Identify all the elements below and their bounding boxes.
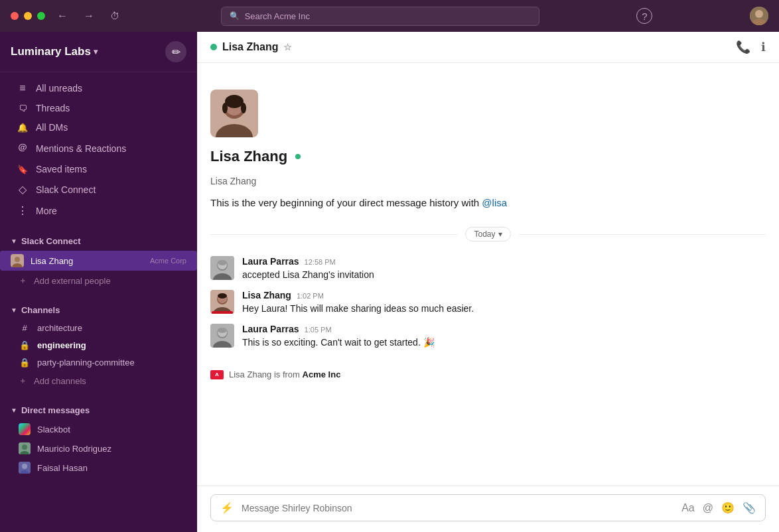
svg-point-28 <box>218 293 227 299</box>
svg-rect-29 <box>212 311 233 314</box>
sidebar-item-lisa-zhang[interactable]: Lisa Zhang Acme Corp <box>0 251 197 271</box>
msg-time: 1:02 PM <box>297 292 324 300</box>
back-button[interactable]: ← <box>53 7 72 25</box>
help-button[interactable]: ? <box>636 8 652 24</box>
table-row: Lisa Zhang 1:02 PM Hey Laura! This will … <box>210 286 766 320</box>
user-avatar[interactable] <box>750 7 768 25</box>
aa-button[interactable]: Aa <box>681 502 695 514</box>
all-dms-icon: 🔔 <box>16 123 29 133</box>
channel-name: Lisa Zhang ☆ <box>222 41 292 53</box>
lisa-msg-avatar <box>210 290 234 314</box>
sidebar-item-threads[interactable]: 🗨 Threads <box>5 99 192 117</box>
msg-content: Lisa Zhang 1:02 PM Hey Laura! This will … <box>242 290 766 316</box>
msg-text: This is so exciting. Can't wait to get s… <box>242 336 766 350</box>
messages-list: Laura Parras 12:58 PM accepted Lisa Zhan… <box>197 247 779 364</box>
channels-chevron: ▼ <box>11 306 17 314</box>
minimize-button[interactable] <box>24 12 32 20</box>
engineering-name: engineering <box>37 340 186 350</box>
faisal-name: Faisal Hasan <box>37 463 186 473</box>
info-button[interactable]: ℹ <box>761 40 766 54</box>
acme-logo: A <box>210 370 224 379</box>
sidebar-item-all-unreads[interactable]: ≡ All unreads <box>5 78 192 98</box>
attach-button[interactable]: 📎 <box>743 501 756 514</box>
sidebar-item-mauricio[interactable]: Mauricio Rodriguez <box>0 439 197 458</box>
lock-icon-eng: 🔒 <box>19 340 31 350</box>
channels-header[interactable]: ▼ Channels <box>0 301 197 319</box>
msg-sender: Lisa Zhang <box>242 290 291 300</box>
msg-content: Laura Parras 12:58 PM accepted Lisa Zhan… <box>242 256 766 282</box>
main-content: Lisa Zhang ☆ 📞 ℹ <box>197 32 779 532</box>
emoji-button[interactable]: 🙂 <box>721 501 735 514</box>
sidebar-item-faisal[interactable]: Faisal Hasan <box>0 458 197 477</box>
svg-point-18 <box>241 103 246 113</box>
welcome-name: Lisa Zhang <box>210 148 301 165</box>
table-row: Laura Parras 1:05 PM This is so exciting… <box>210 320 766 354</box>
app-body: Luminary Labs ▾ ✏ ≡ All unreads 🗨 Thread… <box>0 32 779 532</box>
msg-text: Hey Laura! This will make sharing ideas … <box>242 302 766 316</box>
add-channel-icon: ＋ <box>19 375 27 387</box>
search-bar[interactable]: 🔍 Search Acme Inc <box>221 7 539 26</box>
forward-button[interactable]: → <box>80 7 98 25</box>
msg-text: accepted Lisa Zhang's invitation <box>242 268 766 282</box>
msg-time: 1:05 PM <box>305 326 332 334</box>
laura-avatar-2 <box>210 324 234 348</box>
slack-connect-chevron: ▼ <box>11 237 17 245</box>
sidebar-item-more[interactable]: ⋮ More <box>5 200 192 221</box>
add-channels[interactable]: ＋ Add channels <box>0 371 197 390</box>
slack-connect-section: ▼ Slack Connect Lisa Zhang Acme Corp ＋ A… <box>0 227 197 296</box>
sidebar-item-architecture[interactable]: # architecture <box>0 320 197 336</box>
direct-messages-header[interactable]: ▼ Direct messages <box>0 401 197 419</box>
faisal-avatar <box>19 462 31 474</box>
lisa-zhang-avatar <box>11 254 24 267</box>
svg-point-16 <box>225 95 244 108</box>
compose-actions: Aa @ 🙂 📎 <box>681 501 756 514</box>
svg-point-4 <box>15 257 20 262</box>
msg-header: Lisa Zhang 1:02 PM <box>242 290 766 300</box>
slackbot-name: Slackbot <box>37 425 186 434</box>
add-external-people[interactable]: ＋ Add external people <box>0 271 197 290</box>
from-company: Acme Inc <box>303 369 341 379</box>
svg-point-7 <box>22 444 27 450</box>
star-icon[interactable]: ☆ <box>283 42 292 52</box>
svg-point-10 <box>22 464 27 469</box>
compose-input[interactable] <box>242 503 673 513</box>
slack-connect-header[interactable]: ▼ Slack Connect <box>0 232 197 250</box>
workspace-name[interactable]: Luminary Labs ▾ <box>11 45 98 58</box>
welcome-subtitle: Lisa Zhang <box>210 176 256 186</box>
msg-time: 12:58 PM <box>305 258 336 266</box>
at-button[interactable]: @ <box>703 502 713 514</box>
channels-section: ▼ Channels # architecture 🔒 engineering … <box>0 296 197 396</box>
search-placeholder: Search Acme Inc <box>245 11 310 21</box>
sidebar-item-mentions[interactable]: ＠ Mentions & Reactions <box>5 137 192 159</box>
search-icon: 🔍 <box>230 11 240 21</box>
msg-content: Laura Parras 1:05 PM This is so exciting… <box>242 324 766 350</box>
sidebar-item-slack-connect-nav[interactable]: ◇ Slack Connect <box>5 179 192 200</box>
mentions-icon: ＠ <box>16 141 29 155</box>
traffic-lights <box>11 12 45 20</box>
sidebar-item-engineering[interactable]: 🔒 engineering <box>0 337 197 354</box>
sidebar-item-party-planning[interactable]: 🔒 party-planning-committee <box>0 354 197 371</box>
msg-header: Laura Parras 12:58 PM <box>242 256 766 267</box>
close-button[interactable] <box>11 12 19 20</box>
compose-box: ⚡ Aa @ 🙂 📎 <box>210 494 766 521</box>
channel-header: Lisa Zhang ☆ 📞 ℹ <box>197 32 779 63</box>
date-pill[interactable]: Today ▾ <box>465 227 510 241</box>
sidebar-item-all-dms[interactable]: 🔔 All DMs <box>5 118 192 137</box>
slackbot-avatar <box>19 423 31 435</box>
sidebar-item-saved[interactable]: 🔖 Saved items <box>5 160 192 178</box>
all-unreads-icon: ≡ <box>16 82 29 94</box>
msg-sender: Laura Parras <box>242 256 299 267</box>
slack-connect-nav-icon: ◇ <box>16 183 29 196</box>
sidebar-item-slackbot[interactable]: Slackbot <box>0 420 197 438</box>
mention-link[interactable]: @lisa <box>482 197 507 208</box>
lock-icon-party: 🔒 <box>19 358 31 367</box>
compose-button[interactable]: ✏ <box>165 41 186 62</box>
party-planning-name: party-planning-committee <box>37 358 186 367</box>
more-icon: ⋮ <box>16 204 29 217</box>
history-button[interactable]: ⏱ <box>106 8 123 24</box>
direct-messages-section: ▼ Direct messages Slackbot Mauricio Rodr… <box>0 396 197 483</box>
call-button[interactable]: 📞 <box>736 40 750 54</box>
maximize-button[interactable] <box>37 12 45 20</box>
date-divider: Today ▾ <box>197 222 779 247</box>
workspace-header: Luminary Labs ▾ ✏ <box>0 32 197 72</box>
